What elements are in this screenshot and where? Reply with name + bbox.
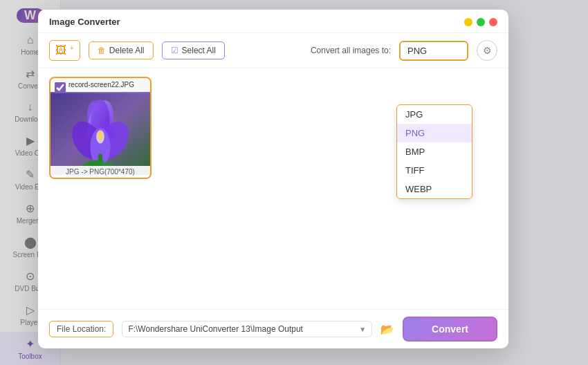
maximize-button[interactable] [477,18,485,26]
format-dropdown: JPG PNG BMP TIFF WEBP [396,104,472,199]
dropdown-item-png[interactable]: PNG [397,124,472,142]
add-image-button[interactable]: 🖼 + [49,40,80,61]
add-image-icon: 🖼 [55,44,66,57]
settings-icon: ⚙ [483,45,492,56]
image-filename: record-screen22.JPG [68,81,134,88]
dropdown-item-bmp[interactable]: BMP [397,142,472,161]
image-card: record-screen22.JPG [49,77,151,179]
file-path-text: F:\Wondershare UniConverter 13\Image Out… [128,324,355,334]
select-all-button[interactable]: ☑ Select All [162,41,225,59]
close-button[interactable] [489,18,497,26]
format-select[interactable]: PNG JPG BMP TIFF WEBP [399,41,468,61]
modal-overlay: Image Converter 🖼 + 🗑 Delete All ☑ Selec… [0,0,588,365]
convert-button[interactable]: Convert [403,317,497,341]
dialog-body: record-screen22.JPG [38,68,508,309]
image-checkbox[interactable] [55,82,66,93]
settings-button[interactable]: ⚙ [477,40,497,61]
dialog-titlebar: Image Converter [38,10,508,33]
dropdown-item-jpg[interactable]: JPG [397,105,472,124]
file-path-wrapper: F:\Wondershare UniConverter 13\Image Out… [122,321,372,337]
image-card-footer: JPG -> PNG(700*470) [50,166,150,178]
convert-all-label: Convert all images to: [311,46,391,55]
image-converter-dialog: Image Converter 🖼 + 🗑 Delete All ☑ Selec… [38,10,508,348]
image-thumbnail [50,92,150,175]
image-conversion-info: JPG -> PNG(700*470) [66,168,135,176]
svg-point-8 [98,131,103,140]
browse-folder-button[interactable]: 📂 [380,323,394,336]
dialog-title: Image Converter [49,17,120,27]
minimize-button[interactable] [464,18,472,26]
dialog-footer: File Location: F:\Wondershare UniConvert… [38,309,508,348]
dropdown-item-tiff[interactable]: TIFF [397,161,472,180]
checkbox-icon: ☑ [171,46,178,55]
delete-all-button[interactable]: 🗑 Delete All [89,41,154,59]
path-dropdown-arrow[interactable]: ▼ [359,326,366,333]
dropdown-item-webp[interactable]: WEBP [397,180,472,198]
format-select-wrapper: PNG JPG BMP TIFF WEBP [399,41,468,61]
file-location-label: File Location: [49,321,113,337]
trash-icon: 🗑 [98,46,106,55]
flower-svg [50,92,150,175]
add-image-icon-plus: + [70,44,74,52]
window-controls [464,18,497,26]
dialog-toolbar: 🖼 + 🗑 Delete All ☑ Select All Convert al… [38,33,508,68]
folder-icon: 📂 [380,324,394,335]
